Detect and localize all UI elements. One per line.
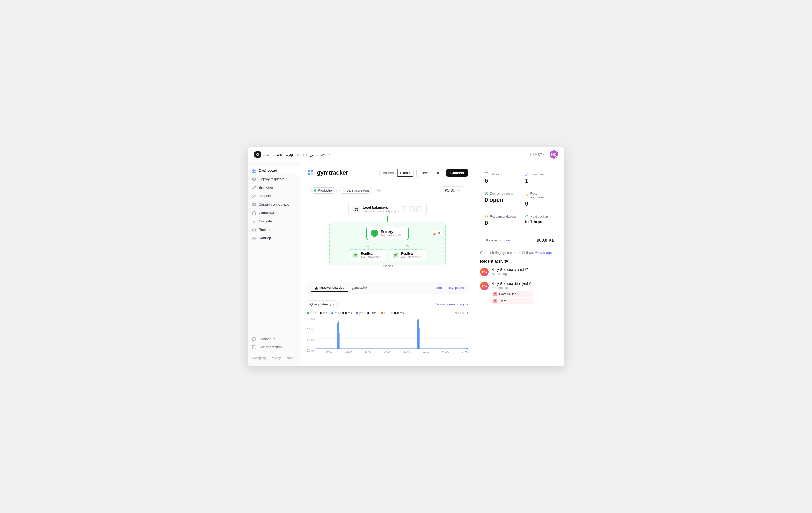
sidebar-item-dashboard[interactable]: Dashboard: [248, 166, 300, 175]
page-title-icon: [307, 169, 314, 177]
ps-settings-button[interactable]: [456, 188, 461, 193]
branches-icon: [252, 185, 256, 190]
recent-activity-title: Recent activity: [480, 259, 559, 263]
safe-migrations-badge: ✓ Safe migrations: [339, 187, 373, 194]
new-branch-button[interactable]: New branch: [416, 169, 443, 177]
right-panel: Tables 6 Branches 1 Deploy requests: [475, 162, 564, 366]
sidebar-item-contact-us[interactable]: Contact us: [248, 335, 300, 343]
primary-row: 🌿 Primary AWS us-west-2 🔒 -80: [334, 227, 441, 240]
p50-dot: [307, 312, 309, 314]
terms-link[interactable]: Terms: [285, 356, 293, 359]
view-usage-link[interactable]: View usage: [535, 251, 552, 255]
svg-rect-33: [337, 323, 338, 348]
recommendations-icon: [485, 215, 488, 218]
nav-separator: /: [306, 152, 307, 157]
privacy-link[interactable]: Privacy: [271, 356, 281, 359]
sidebar-item-backups[interactable]: Backups: [248, 225, 300, 234]
deploy-stat-icon: [485, 192, 488, 195]
project-selector[interactable]: gymtracker ▾: [309, 153, 330, 157]
keyspace-tab-gymtracker[interactable]: gymtracker: [348, 284, 372, 292]
metric-p50: p50: 0.0 ms: [307, 311, 327, 315]
cluster-icon: [252, 202, 256, 207]
production-badge: Production: [311, 187, 337, 194]
sidebar-item-documentation[interactable]: Documentation: [248, 343, 300, 351]
sidebar-footer: Changelog • Privacy • Terms: [248, 354, 300, 362]
manage-keyspaces-link[interactable]: Manage keyspaces: [435, 286, 464, 290]
query-dropdown-chevron-icon: ▾: [333, 303, 334, 306]
branch-value-button[interactable]: main ▾: [397, 169, 413, 177]
svg-rect-12: [252, 205, 253, 206]
keyspace-tab-gymtracker-sharded[interactable]: gymtracker-sharded: [311, 284, 348, 292]
svg-rect-41: [485, 172, 488, 176]
svg-rect-39: [420, 341, 421, 349]
lb-mini-2: [409, 206, 415, 212]
metric-p95: p95: 0.0 ms: [331, 311, 352, 315]
svg-rect-10: [254, 204, 255, 204]
activity-files: T exercise_log T users: [491, 291, 533, 304]
replica-group-2: 0s 🌿 Replica AWS us-west-2: [389, 244, 426, 261]
svg-point-48: [527, 196, 527, 196]
sidebar-item-branches[interactable]: Branches: [248, 183, 300, 192]
svg-rect-5: [254, 171, 256, 172]
svg-rect-38: [419, 328, 420, 348]
svg-rect-4: [252, 171, 254, 172]
replica-row: 0s 🌿 Replica AWS us-west-2: [334, 244, 441, 261]
sidebar-item-cluster-configuration[interactable]: Cluster configuration: [248, 200, 300, 209]
connect-button[interactable]: Connect: [446, 169, 468, 177]
page-title: gymtracker: [317, 169, 348, 176]
svg-point-27: [458, 190, 459, 191]
metric-p99-9: p99.9: 0.0 ms: [381, 311, 404, 315]
workflows-icon: [252, 211, 256, 215]
svg-point-18: [255, 214, 256, 215]
lb-icon: ⚖: [353, 206, 360, 213]
page-header-actions: Branch main ▾ New branch Connect: [379, 168, 468, 177]
primary-icon: 🌿: [371, 230, 378, 237]
project-chevron-icon: ▾: [329, 153, 330, 156]
user-avatar[interactable]: HG: [550, 150, 558, 159]
main-layout: Dashboard Deploy requests Branches: [248, 162, 564, 366]
branch-chevron-icon: ▾: [409, 171, 410, 174]
activity-avatar-1: HG: [480, 268, 489, 276]
app-logo[interactable]: [254, 151, 261, 158]
sidebar-item-insights[interactable]: Insights: [248, 192, 300, 200]
diagram-body: ⚖ Load balancers 3 across 3 availability…: [307, 197, 468, 282]
activity-item-1: HG Holly Guevara closed #5 25 days ago: [480, 268, 559, 277]
svg-rect-24: [308, 173, 310, 176]
top-nav: planetscale-playground ▾ / gymtracker ▾ …: [248, 147, 564, 162]
x-axis-labels: 10:00 13:00 16:00 19:00 22:00 01:00 04:0…: [316, 349, 468, 353]
metric-p99: p99: 0.0 ms: [356, 311, 376, 315]
diagram-toolbar: Production ✓ Safe migrations PS-10: [307, 184, 468, 197]
main-content: gymtracker Branch main ▾ New branch Conn…: [300, 162, 475, 366]
branch-label: Branch: [380, 169, 397, 177]
activity-file-2: T users: [491, 298, 533, 304]
svg-rect-13: [254, 205, 255, 206]
chart-container: 5.2 ms 3.5 ms 1.7 ms 0.0 ms: [307, 318, 468, 353]
org-chevron-icon: ▾: [303, 153, 304, 156]
sidebar-item-console[interactable]: Console: [248, 217, 300, 225]
page-header: gymtracker Branch main ▾ New branch Conn…: [307, 168, 468, 177]
timezone-button[interactable]: MST ▾: [528, 152, 546, 158]
org-selector[interactable]: planetscale-playground ▾: [263, 153, 304, 157]
dashboard-icon: [252, 168, 256, 173]
view-all-insights-button[interactable]: View all query insights: [435, 302, 468, 306]
stat-branches: Branches 1: [521, 169, 559, 188]
query-section: Query latency ▾ View all query insights …: [307, 300, 468, 353]
storage-branch-link[interactable]: main: [503, 238, 510, 242]
query-latency-dropdown[interactable]: Query latency ▾: [307, 300, 338, 308]
sidebar-item-deploy-requests[interactable]: Deploy requests: [248, 175, 300, 183]
backup-icon: [525, 215, 529, 218]
changelog-link[interactable]: Changelog: [252, 356, 267, 359]
timezone-chevron-icon: ▾: [543, 153, 544, 156]
chat-icon: [252, 337, 256, 341]
diagram-settings-button[interactable]: [375, 187, 382, 194]
replica-node-1: 🌿 Replica AWS us-west-2: [349, 249, 386, 261]
ps-gear-icon: [457, 189, 460, 192]
lb-to-shard-connector: [387, 216, 388, 222]
shard-label: 2 shards: [379, 264, 396, 268]
sidebar-item-settings[interactable]: Settings: [248, 234, 300, 243]
stat-deploy-requests: Deploy requests 0 open: [481, 188, 521, 211]
ps-badge: PS-10: [442, 187, 464, 194]
sidebar-item-workflows[interactable]: Workflows: [248, 209, 300, 217]
p99-dot: [356, 312, 358, 314]
svg-point-26: [378, 190, 379, 191]
